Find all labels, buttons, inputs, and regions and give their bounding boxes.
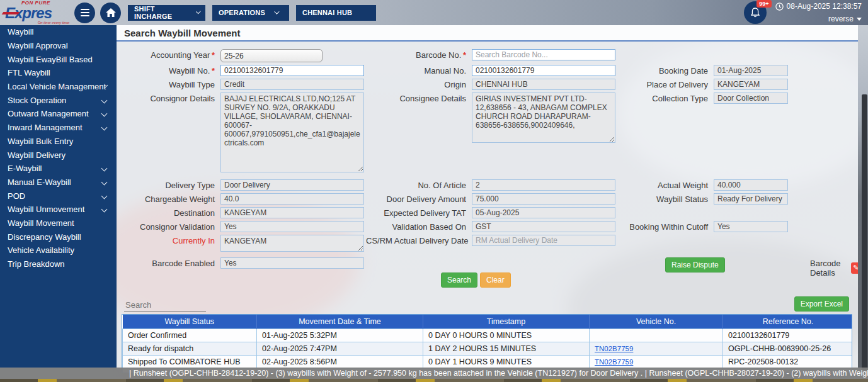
destination-label: Destination [124, 207, 219, 218]
accounting-year-select[interactable] [220, 49, 323, 62]
vehicle-link[interactable]: TN02B7759 [595, 345, 633, 352]
sidebar-item-waybill[interactable]: Waybill [0, 25, 117, 39]
header-datetime: 08-Aug-2025 12:38:57 [787, 2, 862, 11]
sidebar-item-waybill-movement[interactable]: Waybill Movement [0, 216, 117, 230]
cs-rm-actual-delivery-date-field [472, 235, 615, 246]
clock-icon [775, 3, 784, 11]
expected-delivery-tat-label: Expected Delivery TAT [366, 207, 470, 218]
column-header: Timestamp [423, 315, 590, 329]
sidebar-item-vehicle-availability[interactable]: Vehicle Availability [0, 244, 117, 257]
reference-no-cell: RPC-202508-00132 [723, 355, 853, 368]
barcode-no-input[interactable] [472, 49, 615, 60]
location-box[interactable]: CHENNAI HUB [296, 5, 376, 21]
waybill-type-field [220, 79, 364, 90]
sidebar-item-discrepancy-waybill[interactable]: Discrepancy Waybill [0, 230, 117, 244]
sidebar-item-local-vehicle-management[interactable]: Local Vehicle Management [0, 80, 117, 94]
table-body: Order Confirmed01-Aug-2025 5:32PM0 DAY 0… [123, 329, 853, 373]
table-row: Ready for dispatch02-Aug-2025 7:47PM1 DA… [123, 342, 853, 355]
sidebar-item-waybill-approval[interactable]: Waybill Approval [0, 39, 117, 53]
search-button[interactable]: Search [441, 272, 477, 288]
movement-datetime-cell: 02-Aug-2025 7:47PM [257, 342, 423, 355]
sidebar-item-label: Outward Management [8, 109, 89, 118]
sidebar-item-e-waybill[interactable]: E-Waybill [0, 162, 117, 176]
chevron-down-icon [101, 179, 108, 185]
hamburger-icon [81, 9, 89, 16]
home-icon [105, 8, 117, 18]
sidebar-item-label: Vehicle Availability [8, 245, 74, 255]
movement-table-container: Waybill StatusMovement Date & TimeTimest… [122, 314, 852, 373]
vehicle-no-cell: TN02B7759 [590, 342, 723, 355]
sidebar-item-waybill-bulk-entry[interactable]: Waybill Bulk Entry [0, 135, 117, 149]
sidebar-item-waybill-unmovement[interactable]: Waybill Unmovement [0, 203, 117, 216]
chevron-down-icon [101, 166, 108, 172]
waybill-status-field [714, 193, 788, 205]
booking-date-field [714, 65, 788, 76]
role-dropdown-value: SHIFT INCHARGE [134, 5, 187, 20]
table-row: Shipped To COIMBATORE HUB02-Aug-2025 8:5… [123, 355, 853, 368]
page-title: Search Waybill Movement [124, 28, 241, 38]
movement-datetime-cell: 01-Aug-2025 5:32PM [257, 329, 423, 342]
sidebar-item-trip-breakdown[interactable]: Trip Breakdown [0, 257, 117, 271]
department-dropdown-value: OPERATIONS [219, 9, 265, 16]
sidebar-item-stock-operation[interactable]: Stock Operation [0, 93, 117, 107]
menu-button[interactable] [74, 3, 95, 23]
sidebar-menu: WaybillWaybill ApprovalWaybill EwayBill … [0, 25, 117, 368]
sidebar-item-label: Discrepancy Waybill [8, 232, 81, 242]
no-of-article-field [472, 179, 615, 191]
chevron-down-icon [101, 206, 108, 213]
sidebar-item-waybill-delivery[interactable]: Waybill Delivery [0, 148, 117, 162]
top-header-bar: PON PURE Expres On time every time SHIFT… [0, 0, 868, 25]
barcode-details-label: Barcode Details [810, 259, 846, 278]
export-excel-button[interactable]: Export Excel [794, 296, 849, 312]
timestamp-cell: 0 DAY 0 HOURS 0 MINUTES [423, 329, 590, 342]
notification-count-badge: 99+ [757, 0, 771, 8]
vertical-scrollbar[interactable] [862, 94, 867, 370]
brand-logo[interactable]: PON PURE Expres On time every time [5, 1, 69, 25]
waybill-no-input[interactable] [220, 65, 364, 76]
consignee-details-label: Consignee Details [366, 93, 470, 103]
logo-main-text: Expres [5, 6, 69, 21]
sidebar-item-ftl-waybill[interactable]: FTL Waybill [0, 66, 117, 80]
sidebar-item-label: Inward Management [8, 123, 83, 132]
user-menu[interactable]: reverse [775, 14, 862, 23]
consignor-validation-field [220, 221, 364, 232]
table-header-row: Waybill StatusMovement Date & TimeTimest… [123, 315, 853, 329]
home-button[interactable] [100, 3, 121, 23]
door-delivery-amount-label: Door Delivery Amount [366, 193, 470, 204]
delivery-type-field [220, 179, 364, 191]
department-dropdown[interactable]: OPERATIONS [212, 5, 289, 21]
sidebar-item-inward-management[interactable]: Inward Management [0, 121, 117, 135]
table-filter-input[interactable] [124, 299, 206, 312]
vehicle-no-cell [590, 329, 723, 342]
chevron-down-icon [101, 193, 108, 199]
timestamp-cell: 1 DAY 2 HOURS 15 MINUTES [423, 342, 590, 355]
chargeable-weight-label: Chargeable Weight [124, 193, 219, 204]
clear-button[interactable]: Clear [480, 272, 511, 288]
sidebar-item-outward-management[interactable]: Outward Management [0, 107, 117, 121]
raise-dispute-button[interactable]: Raise Dispute [665, 257, 725, 272]
chevron-down-icon [196, 9, 201, 14]
sidebar-item-manual-e-waybill[interactable]: Manual E-Waybill [0, 176, 117, 189]
timestamp-cell: 0 DAY 1 HOURS 9 MINUTES [423, 355, 590, 368]
sidebar-item-label: FTL Waybill [8, 68, 50, 77]
barcode-enabled-label: Barcode Enabled [124, 257, 219, 268]
sidebar-item-pod[interactable]: POD [0, 189, 117, 203]
manual-no-input[interactable] [472, 65, 615, 76]
consignee-details-textarea[interactable]: GIRIAS INVESTMENT PVT LTD-12,638656 - 43… [472, 93, 615, 143]
no-of-article-label: No. Of Article [366, 179, 470, 190]
collection-type-label: Collection Type [617, 93, 712, 103]
bottom-photo-strip [0, 379, 868, 382]
consignor-details-textarea[interactable]: BAJAJ ELECTRICALS LTD,NO;125 AT SURVEY N… [220, 93, 364, 172]
waybill-status-label: Waybill Status [617, 193, 712, 204]
booking-within-cutoff-field [714, 221, 788, 232]
vehicle-link[interactable]: TN02B7759 [595, 358, 633, 366]
sidebar-item-waybill-ewaybill-based[interactable]: Waybill EwayBill Based [0, 52, 117, 66]
role-dropdown[interactable]: SHIFT INCHARGE [128, 5, 205, 21]
app-window: PON PURE Expres On time every time SHIFT… [0, 0, 868, 382]
currently-in-textarea[interactable]: KANGEYAM [220, 235, 364, 252]
validation-based-on-field [472, 221, 615, 232]
origin-field [472, 79, 615, 90]
collection-type-field [714, 93, 788, 104]
notifications-button[interactable]: 99+ [744, 1, 767, 24]
chevron-down-icon [101, 97, 108, 103]
